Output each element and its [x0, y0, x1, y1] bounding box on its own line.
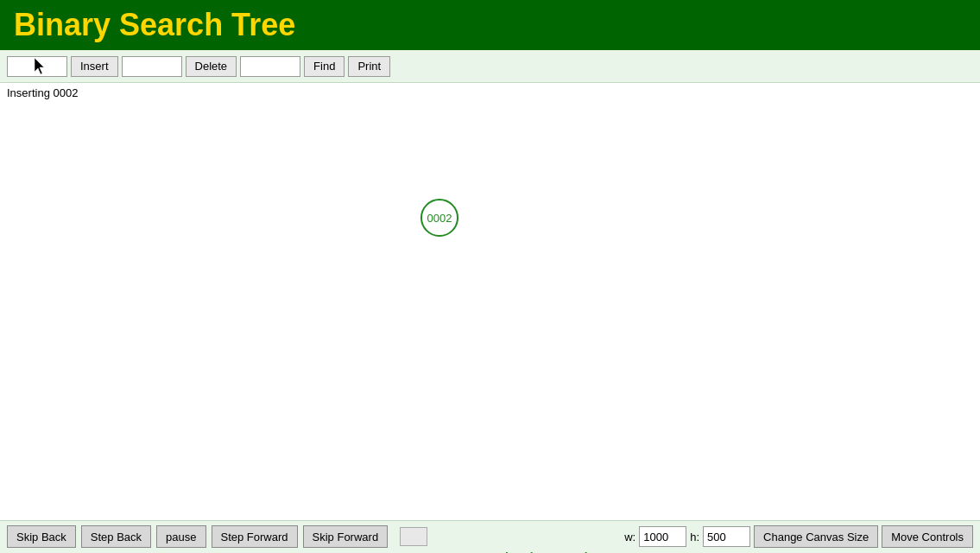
- delete-input[interactable]: [122, 56, 182, 77]
- status-bar: Inserting 0002: [0, 83, 980, 102]
- status-message: Inserting 0002: [7, 86, 78, 99]
- speed-slider[interactable]: [400, 527, 427, 546]
- canvas-size-controls: w: h: Change Canvas Size Move Controls: [624, 525, 973, 548]
- insert-input[interactable]: [7, 56, 67, 77]
- header: Binary Search Tree: [0, 0, 980, 50]
- tree-node: 0002: [420, 199, 458, 237]
- step-forward-button[interactable]: Step Forward: [212, 525, 298, 548]
- h-input[interactable]: [703, 526, 750, 547]
- print-button[interactable]: Print: [348, 56, 390, 77]
- find-input[interactable]: [240, 56, 300, 77]
- h-label: h:: [690, 531, 699, 543]
- delete-button[interactable]: Delete: [186, 56, 237, 77]
- w-input[interactable]: [639, 526, 686, 547]
- skip-forward-button[interactable]: Skip Forward: [303, 525, 389, 548]
- skip-back-button[interactable]: Skip Back: [7, 525, 76, 548]
- change-canvas-button[interactable]: Change Canvas Size: [754, 525, 878, 548]
- find-button[interactable]: Find: [304, 56, 345, 77]
- speed-slider-container: [400, 527, 427, 546]
- insert-button[interactable]: Insert: [71, 56, 118, 77]
- pause-button[interactable]: pause: [156, 525, 205, 548]
- page-title: Binary Search Tree: [14, 7, 295, 43]
- toolbar: Insert Delete Find Print: [0, 50, 980, 83]
- step-back-button[interactable]: Step Back: [81, 525, 151, 548]
- move-controls-button[interactable]: Move Controls: [882, 525, 973, 548]
- bottom-area: Skip Back Step Back pause Step Forward S…: [0, 520, 980, 553]
- node-value: 0002: [427, 212, 452, 225]
- w-label: w:: [624, 531, 635, 543]
- canvas-area: 0002: [0, 102, 980, 520]
- controls-row: Skip Back Step Back pause Step Forward S…: [7, 525, 973, 548]
